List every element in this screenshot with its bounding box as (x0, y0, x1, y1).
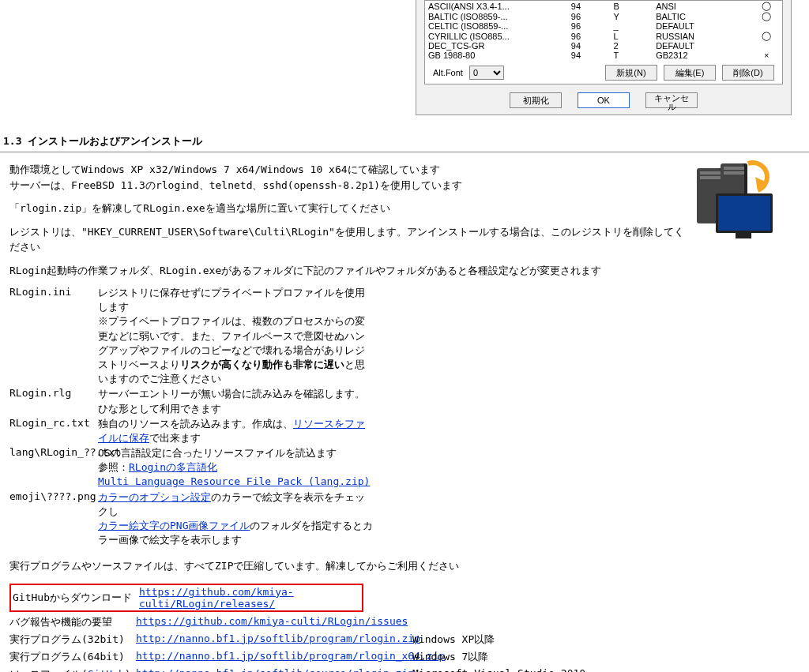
delete-button[interactable]: 削除(D) (722, 65, 774, 81)
download-note: Windows XP以降 (412, 633, 800, 647)
file-label: lang\RLogin_??.txt (9, 446, 98, 490)
download-link[interactable]: http://nanno.bf1.jp/softlib/source/rlogi… (136, 667, 414, 672)
file-label: RLogin.ini (9, 286, 98, 386)
downloads-table: GitHubからダウンロードhttps://github.com/kmiya-c… (9, 582, 800, 672)
file-label: RLogin.rlg (9, 387, 98, 415)
encoding-table: ASCII(ANSI X3.4-1...94BANSI◯BALTIC (ISO8… (425, 1, 782, 60)
section-1-3-title: 1.3 インストールおよびアンインストール (0, 131, 809, 152)
file-desc: レジストリに保存せずにプライベートプロファイルを使用します※プライベートプロファ… (98, 286, 374, 386)
download-label: バグ報告や機能の要望 (9, 616, 112, 628)
file-link[interactable]: リソースをファイルに保存 (98, 418, 365, 444)
font-dialog: ASCII(ANSI X3.4-1...94BANSI◯BALTIC (ISO8… (416, 0, 792, 115)
altfont-label: Alt.Font (433, 68, 463, 77)
file-desc: OSの言語設定に合ったリソースファイルを読込ます参照：RLoginの多言語化Mu… (98, 446, 374, 490)
download-label: ソースファイル(GitHub) (9, 668, 131, 672)
ok-button[interactable]: OK (578, 92, 630, 108)
download-label: GitHubからダウンロード (13, 591, 132, 603)
download-row: ソースファイル(GitHub)http://nanno.bf1.jp/softl… (9, 666, 800, 672)
download-label: 実行プログラム(64bit) (9, 651, 125, 663)
file-desc: 独自のリソースを読み込みます。作成は、リソースをファイルに保存で出来ます (98, 417, 374, 445)
cancel-button[interactable]: キャンセル (645, 92, 698, 108)
download-link[interactable]: http://nanno.bf1.jp/softlib/program/rlog… (136, 633, 420, 644)
file-desc: カラーのオプション設定のカラーで絵文字を表示をチェックしカラー絵文字のPNG画像… (98, 490, 374, 548)
download-row: 実行プログラム(32bit)http://nanno.bf1.jp/softli… (9, 631, 800, 648)
init-button[interactable]: 初期化 (510, 92, 562, 108)
install-paragraph: 「rlogin.zip」を解凍してRLogin.exeを適当な場所に置いて実行し… (9, 201, 800, 216)
download-row: 実行プログラム(64bit)http://nanno.bf1.jp/softli… (9, 648, 800, 666)
registry-paragraph: レジストリは、"HKEY_CURRENT_USER\Software\Culti… (9, 224, 800, 255)
file-label: emoji\????.png (9, 490, 98, 548)
env-paragraph: 動作環境としてWindows XP x32/Windows 7 x64/Wind… (9, 162, 800, 193)
download-note: Microsoft Visual Studio 2010 (412, 667, 800, 672)
zip-note: 実行プログラムやソースファイルは、すべてZIPで圧縮しています。解凍してからご利… (9, 558, 800, 574)
file-link[interactable]: カラーのオプション設定 (98, 491, 211, 503)
download-link[interactable]: http://nanno.bf1.jp/softlib/program/rlog… (136, 650, 445, 662)
file-link[interactable]: カラー絵文字のPNG画像ファイル (98, 520, 250, 531)
download-row: バグ報告や機能の要望https://github.com/kmiya-culti… (9, 614, 800, 631)
startup-paragraph: RLogin起動時の作業フォルダ、RLogin.exeがあるフォルダに下記のファ… (9, 263, 800, 279)
download-note: Windows 7以降 (412, 650, 800, 664)
download-label: 実行プログラム(32bit) (9, 633, 125, 645)
startup-files-list: RLogin.iniレジストリに保存せずにプライベートプロファイルを使用します※… (9, 286, 800, 547)
download-link[interactable]: https://github.com/kmiya-culti/RLogin/re… (139, 586, 294, 610)
file-link[interactable]: RLoginの多言語化 (129, 461, 217, 473)
edit-button[interactable]: 編集(E) (664, 65, 716, 81)
encoding-row[interactable]: CYRILLIC (ISO885...96LRUSSIAN◯ (425, 31, 782, 41)
encoding-row[interactable]: DEC_TCS-GR942DEFAULT (425, 41, 782, 51)
encoding-row[interactable]: CELTIC (ISO8859-...96_DEFAULT (425, 21, 782, 31)
file-row: lang\RLogin_??.txtOSの言語設定に合ったリソースファイルを読込… (9, 446, 800, 490)
file-link[interactable]: Multi Language Resource File Pack (lang.… (98, 475, 370, 487)
file-desc: サーバーエントリーが無い場合に読み込みを確認します。ひな形として利用できます (98, 387, 374, 415)
github-link[interactable]: GitHub (88, 668, 125, 672)
file-row: RLogin.iniレジストリに保存せずにプライベートプロファイルを使用します※… (9, 286, 800, 386)
new-button[interactable]: 新規(N) (605, 65, 657, 81)
file-row: RLogin.rlgサーバーエントリーが無い場合に読み込みを確認します。ひな形と… (9, 387, 800, 415)
encoding-row[interactable]: BALTIC (ISO8859-...96YBALTIC◯ (425, 11, 782, 21)
altfont-select[interactable]: 0 (469, 66, 504, 80)
download-link[interactable]: https://github.com/kmiya-culti/RLogin/is… (136, 615, 408, 627)
file-row: emoji\????.pngカラーのオプション設定のカラーで絵文字を表示をチェッ… (9, 490, 800, 548)
encoding-row[interactable]: GB 1988-8094TGB2312× (425, 51, 782, 60)
download-row: GitHubからダウンロードhttps://github.com/kmiya-c… (9, 582, 800, 614)
dialog-screenshot-region: ASCII(ANSI X3.4-1...94BANSI◯BALTIC (ISO8… (0, 0, 809, 115)
server-illustration (697, 163, 776, 242)
encoding-row[interactable]: ASCII(ANSI X3.4-1...94BANSI◯ (425, 1, 782, 11)
file-label: RLogin_rc.txt (9, 417, 98, 445)
file-row: RLogin_rc.txt独自のリソースを読み込みます。作成は、リソースをファイ… (9, 417, 800, 445)
